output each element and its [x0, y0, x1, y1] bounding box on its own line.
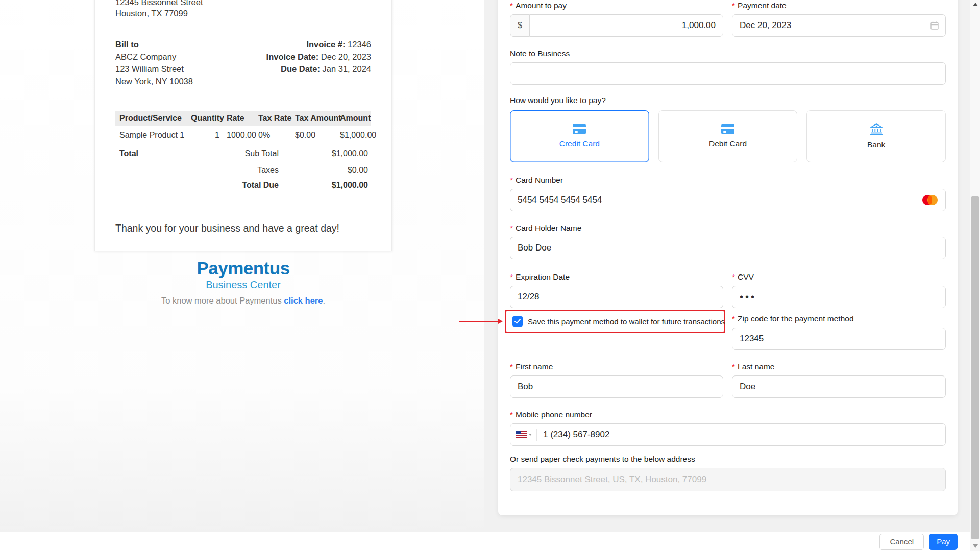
scroll-up-arrow-icon[interactable]: [973, 3, 978, 6]
due-date-label: Due Date:: [281, 64, 320, 73]
bill-to-address2: New York, NY 10038: [115, 75, 193, 87]
zip-code-input[interactable]: [732, 328, 946, 350]
card-number-input[interactable]: [510, 189, 946, 211]
us-flag-icon: [516, 431, 527, 438]
card-holder-label: *Card Holder Name: [510, 223, 946, 233]
expiration-date-input[interactable]: [510, 286, 723, 308]
expiration-date-label: *Expiration Date: [510, 272, 723, 282]
required-marker: *: [732, 272, 735, 282]
invoice-date: Dec 20, 2023: [321, 52, 371, 61]
merchant-address-line1: 12345 Bissonnet Street: [115, 0, 371, 8]
payment-form-card: *Amount to pay $ *Payment date: [498, 0, 958, 515]
promo-period: .: [323, 296, 325, 305]
subtotal-value: $1,000.00: [279, 144, 368, 163]
scrollbar-thumb[interactable]: [971, 196, 979, 539]
col-rate: Rate: [219, 114, 258, 123]
required-marker: *: [510, 362, 513, 371]
cancel-button[interactable]: Cancel: [879, 534, 924, 550]
card-number-label: *Card Number: [510, 176, 946, 185]
required-marker: *: [510, 1, 513, 10]
invoice-number-label: Invoice #:: [306, 40, 345, 49]
currency-prefix: $: [510, 14, 529, 37]
due-date: Jan 31, 2024: [323, 64, 371, 73]
method-bank[interactable]: Bank: [806, 110, 946, 162]
scroll-down-arrow-icon[interactable]: [973, 544, 978, 548]
last-name-label: *Last name: [732, 362, 946, 371]
mastercard-icon: [921, 194, 939, 206]
col-product-service: Product/Service: [119, 114, 191, 123]
scrollbar[interactable]: [970, 0, 980, 551]
calendar-icon[interactable]: [930, 21, 939, 30]
invoice-document: 12345 Bissonnet Street Houston, TX 77099…: [94, 0, 392, 251]
method-label: Debit Card: [709, 139, 747, 148]
col-amount: Amount: [340, 114, 371, 123]
row-rate: 1000.00: [219, 131, 258, 140]
method-debit-card[interactable]: Debit Card: [658, 110, 798, 162]
required-marker: *: [510, 223, 513, 233]
bill-to-block: Bill to ABCZ Company 123 William Street …: [115, 38, 193, 87]
row-tax-rate: 0%: [258, 131, 295, 140]
save-wallet-checkbox[interactable]: [512, 316, 523, 327]
paper-check-address-input: [510, 468, 946, 491]
amount-input-group: $: [510, 14, 723, 37]
red-arrow-annotation: [459, 321, 499, 322]
merchant-address-line2: Houston, TX 77099: [115, 8, 371, 19]
invoice-table: Product/Service Quantity Rate Tax Rate T…: [115, 111, 371, 192]
payment-page: 12345 Bissonnet Street Houston, TX 77099…: [0, 0, 980, 551]
invoice-preview-pane: 12345 Bissonnet Street Houston, TX 77099…: [0, 0, 484, 551]
invoice-table-row: Sample Product 1 1 1000.00 0% $0.00 $1,0…: [115, 126, 371, 144]
cvv-label: *CVV: [732, 272, 946, 282]
row-product: Sample Product 1: [119, 131, 191, 140]
thank-you-message: Thank you for your business and have a g…: [115, 222, 371, 234]
card-holder-input[interactable]: [510, 237, 946, 259]
bill-to-name: ABCZ Company: [115, 51, 193, 63]
save-wallet-section: Save this payment method to wallet for f…: [510, 314, 723, 350]
payment-form-pane: *Amount to pay $ *Payment date: [484, 0, 970, 551]
col-tax-amount: Tax Amount: [295, 114, 340, 123]
row-quantity: 1: [191, 131, 219, 140]
chevron-down-icon: [529, 434, 532, 436]
zip-code-label: *Zip code for the payment method: [732, 314, 946, 323]
total-due-value: $1,000.00: [279, 178, 368, 192]
note-to-business-input[interactable]: [510, 62, 946, 85]
required-marker: *: [510, 176, 513, 185]
amount-input[interactable]: [529, 14, 723, 37]
paper-check-label: Or send paper check payments to the belo…: [510, 455, 946, 464]
payment-date-input[interactable]: [732, 14, 946, 37]
first-name-label: *First name: [510, 362, 723, 371]
required-marker: *: [510, 410, 513, 419]
required-marker: *: [732, 362, 735, 371]
save-wallet-label: Save this payment method to wallet for f…: [528, 317, 725, 326]
pay-button[interactable]: Pay: [929, 534, 958, 550]
invoice-date-label: Invoice Date:: [266, 52, 319, 61]
method-credit-card[interactable]: Credit Card: [510, 110, 649, 162]
payment-date-label: *Payment date: [732, 1, 946, 10]
credit-card-icon: [573, 124, 586, 134]
mobile-phone-label: *Mobile phone number: [510, 410, 946, 419]
first-name-input[interactable]: [510, 375, 723, 398]
last-name-input[interactable]: [732, 375, 946, 398]
country-selector[interactable]: [516, 431, 532, 438]
invoice-table-header: Product/Service Quantity Rate Tax Rate T…: [115, 111, 371, 126]
footer-action-bar: Cancel Pay: [0, 532, 970, 551]
taxes-label: Taxes: [181, 163, 279, 178]
taxes-value: $0.00: [279, 163, 368, 178]
invoice-totals: Total Sub Total $1,000.00 Taxes $0.00 To…: [115, 144, 371, 192]
invoice-divider: [115, 213, 371, 213]
invoice-meta-block: Invoice #: 12346 Invoice Date: Dec 20, 2…: [266, 38, 371, 87]
total-due-label: Total Due: [181, 178, 279, 192]
method-label: Credit Card: [559, 139, 600, 148]
logo-subtitle: Business Center: [94, 279, 392, 291]
mobile-phone-input[interactable]: [510, 423, 946, 446]
checkmark-icon: [514, 319, 521, 324]
click-here-link[interactable]: click here: [284, 296, 323, 305]
save-wallet-highlight-box: Save this payment method to wallet for f…: [505, 310, 725, 333]
debit-card-icon: [721, 124, 734, 134]
subtotal-label: Sub Total: [181, 144, 279, 163]
bill-to-address1: 123 William Street: [115, 63, 193, 75]
pay-method-question: How would you like to pay?: [510, 96, 946, 105]
method-label: Bank: [867, 140, 885, 149]
cvv-input[interactable]: [732, 286, 946, 308]
amount-to-pay-label: *Amount to pay: [510, 1, 723, 10]
payment-method-options: Credit Card Debit Card: [510, 110, 946, 162]
